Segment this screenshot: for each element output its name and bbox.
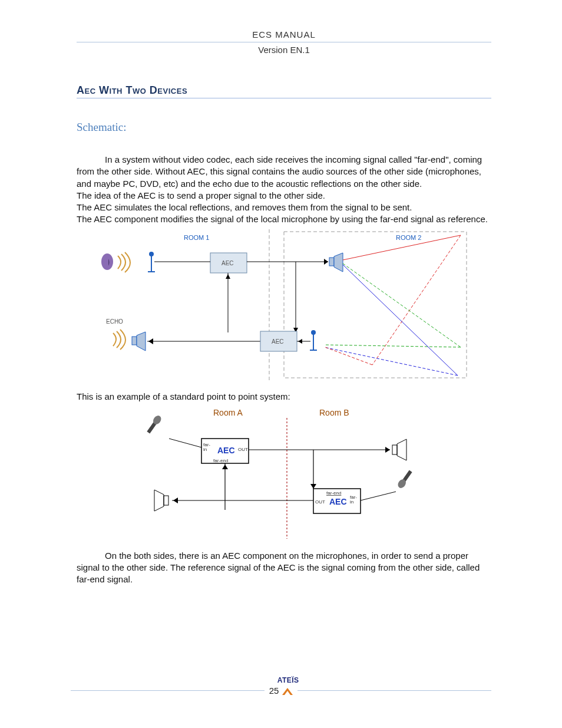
paragraph-4: The AEC component modifies the signal of…: [77, 213, 491, 225]
svg-rect-47: [392, 445, 397, 454]
svg-text:OUT: OUT: [315, 499, 325, 505]
microphone-icon: [396, 469, 414, 490]
svg-text:OUT: OUT: [238, 447, 248, 452]
section-heading: Aec With Two Devices: [77, 84, 491, 98]
svg-rect-62: [164, 496, 168, 505]
svg-text:in: in: [203, 447, 207, 452]
svg-point-22: [311, 330, 316, 335]
paragraph-3: The AEC simulates the local reflections,…: [77, 202, 491, 213]
footer-brand: ATEÏS: [277, 676, 299, 684]
svg-marker-61: [173, 498, 178, 503]
figure-1: ROOM 1 ROOM 2 AEC ECHO AEC: [77, 229, 491, 383]
svg-marker-25: [298, 339, 302, 344]
microphone-icon: [146, 414, 163, 434]
header-version: Version EN.1: [77, 45, 491, 55]
footer-rule-right: [297, 690, 491, 691]
svg-marker-45: [385, 447, 390, 453]
svg-point-2: [101, 253, 113, 270]
svg-marker-48: [397, 439, 406, 460]
svg-marker-46: [310, 484, 316, 489]
svg-line-27: [372, 235, 461, 365]
paragraph-5: On the both sides, there is an AEC compo…: [77, 550, 491, 586]
svg-marker-17: [137, 332, 146, 351]
svg-text:in: in: [350, 499, 353, 505]
fig1-room1-label: ROOM 1: [184, 234, 209, 241]
svg-marker-9: [324, 259, 328, 265]
svg-marker-19: [148, 338, 153, 344]
fig1-aec1-label: AEC: [222, 260, 234, 266]
fig1-aec2-label: AEC: [272, 338, 284, 345]
footer: ATEÏS 25: [71, 686, 491, 696]
figure-2: Room A Room B AEC far- in OUT far-end AE…: [77, 406, 491, 542]
svg-rect-1: [284, 232, 467, 378]
sub-heading: Schematic:: [77, 121, 491, 134]
svg-line-31: [324, 347, 458, 375]
body-text-block-2: On the both sides, there is an AEC compo…: [77, 550, 491, 586]
svg-marker-50: [222, 465, 228, 469]
svg-text:far-end: far-end: [213, 458, 228, 463]
svg-rect-16: [132, 337, 137, 345]
header-title: ECS MANUAL: [77, 29, 491, 42]
svg-line-28: [343, 263, 461, 347]
svg-text:far-end: far-end: [326, 490, 341, 496]
svg-marker-13: [226, 274, 230, 279]
svg-rect-10: [329, 258, 334, 266]
paragraph-1: In a system without video codec, each si…: [77, 154, 491, 190]
fig2-roomA-label: Room A: [213, 408, 243, 417]
svg-line-58: [361, 492, 396, 500]
svg-line-36: [169, 439, 201, 447]
page-number: 25: [269, 686, 279, 696]
footer-rule-left: [71, 690, 265, 691]
brand-logo-icon: [282, 687, 293, 695]
svg-line-29: [325, 345, 461, 347]
fig2-aecA-label: AEC: [217, 446, 235, 455]
fig2-roomB-label: Room B: [319, 408, 349, 417]
footer-center: ATEÏS 25: [269, 686, 293, 696]
fig2-aecB-label: AEC: [329, 497, 347, 506]
caption-2: This is an example of a standard point t…: [77, 391, 491, 403]
body-text-block-1: In a system without video codec, each si…: [77, 154, 491, 226]
fig1-room2-label: ROOM 2: [396, 234, 421, 241]
svg-line-30: [343, 265, 458, 375]
fig1-echo-label: ECHO: [106, 318, 123, 325]
svg-point-4: [149, 252, 154, 256]
paragraph-2: The idea of the AEC is to send a proper …: [77, 190, 491, 202]
svg-marker-63: [154, 490, 164, 511]
svg-marker-11: [334, 253, 343, 272]
